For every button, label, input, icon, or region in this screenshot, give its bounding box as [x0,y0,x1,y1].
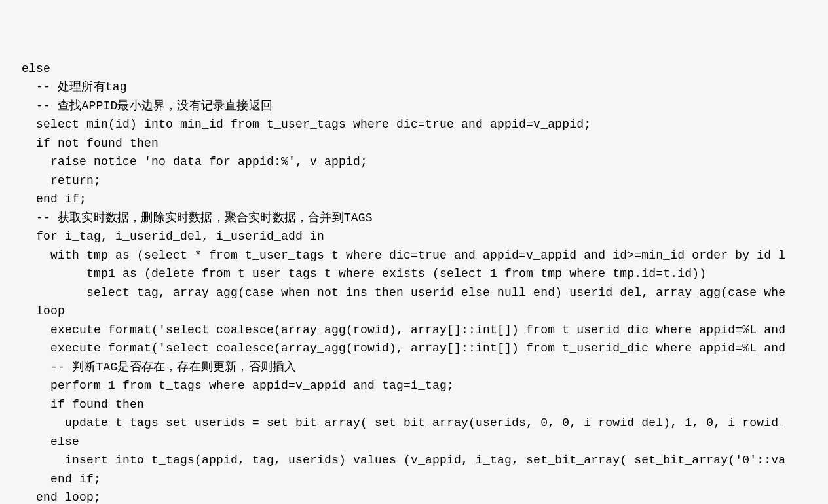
code-line: end if; [22,470,828,489]
code-block: else -- 处理所有tag -- 查找APPID最小边界，没有记录直接返回 … [22,60,828,504]
code-line: tmp1 as (delete from t_user_tags t where… [22,264,828,283]
code-line: -- 获取实时数据，删除实时数据，聚合实时数据，合并到TAGS [22,209,828,228]
code-line: with tmp as (select * from t_user_tags t… [22,246,828,265]
code-line: raise notice 'no data for appid:%', v_ap… [22,153,828,171]
code-line: update t_tags set userids = set_bit_arra… [22,414,828,433]
code-line: return; [22,171,828,190]
code-line: select min(id) into min_id from t_user_t… [22,115,828,134]
code-line: -- 处理所有tag [22,78,828,97]
code-line: end loop; [22,488,828,504]
code-line: -- 判断TAG是否存在，存在则更新，否则插入 [22,358,828,377]
code-line: loop [22,302,828,321]
code-line: else [22,433,828,452]
code-line: select tag, array_agg(case when not ins … [22,283,828,302]
code-line: if found then [22,395,828,414]
code-line: else [22,60,828,79]
code-line: perform 1 from t_tags where appid=v_appi… [22,376,828,395]
code-line: execute format('select coalesce(array_ag… [22,321,828,340]
code-line: insert into t_tags(appid, tag, userids) … [22,451,828,470]
code-line: for i_tag, i_userid_del, i_userid_add in [22,227,828,246]
code-line: end if; [22,190,828,209]
code-line: execute format('select coalesce(array_ag… [22,339,828,358]
code-line: -- 查找APPID最小边界，没有记录直接返回 [22,97,828,116]
code-line: if not found then [22,134,828,153]
